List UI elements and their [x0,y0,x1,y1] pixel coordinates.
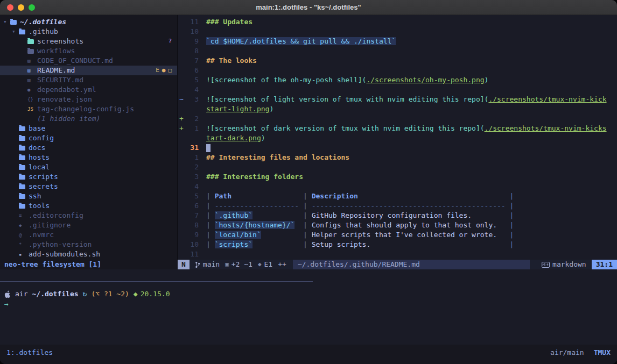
editor-line[interactable]: tart-dark.png) [178,133,617,143]
line-number: 31 [185,143,199,153]
text-segment: | -------------------- | ---------------… [206,202,514,210]
editor-line[interactable]: 8 [178,46,617,56]
zoom-button[interactable] [29,4,35,11]
text-segment: | [299,211,311,219]
editor-line[interactable]: 9| `local/bin` | Helper scripts that I'v… [178,230,617,240]
tree-item-1-hidden-item[interactable]: (1 hidden item) [0,114,177,124]
tmux-status-bar: 1:.dotfiles air/main TMUX [0,345,617,364]
tree-item-workflows[interactable]: workflows [0,46,177,56]
line-text: | `scripts` | Setup scripts. | [206,240,514,249]
tree-item-label: CODE_OF_CONDUCT.md [37,56,113,66]
editor-line[interactable]: 6 [178,66,617,75]
tree-item-label: renovate.json [37,95,92,104]
tree-item-local[interactable]: local [0,162,177,172]
shell-prompt[interactable]: air ~/.dotfiles ↻ (⌥ ?1 ~2) ◆ 20.15.0 [4,289,170,299]
tree-item-tag-changelog-config-js[interactable]: JStag-changelog-config.js [0,104,177,114]
status-marker: ? [168,37,172,46]
editor-line[interactable]: 7| `.github` | GitHub Repository configu… [178,211,617,220]
tree-item-gitignore[interactable]: ◆.gitignore [0,220,177,230]
tree-item-security-md[interactable]: ▤SECURITY.md [0,75,177,85]
tree-item-renovate-json[interactable]: {}renovate.json [0,95,177,104]
editor-line[interactable]: ~3![screenshot of light version of tmux … [178,95,617,104]
line-number: 5 [185,75,199,85]
text-segment: Configs that should apply to that host o… [312,221,497,229]
tree-item-label: .editorconfig [29,211,83,220]
tree-item-screenshots[interactable]: screenshots? [0,37,177,46]
tree-item-readme-md[interactable]: ▤README.mdE●□ [0,66,177,75]
prompt-arrow[interactable]: → [4,299,9,309]
filetype-label: markdown [552,260,586,269]
text-segment: ## The looks [206,56,257,65]
tree-item-docs[interactable]: docs [0,143,177,153]
text-segment: ) [269,105,274,113]
line-number: 2 [185,162,199,172]
expander-icon[interactable]: ▾ [3,17,10,27]
text-segment: | [206,221,215,229]
tree-item-scripts[interactable]: scripts [0,172,177,182]
gutter-sign [178,133,185,143]
prompt-path: ~/.dotfiles [32,289,78,299]
editor-line[interactable]: 7## The looks [178,56,617,66]
folder-icon [19,184,25,189]
editor-line[interactable]: 1## Interesting files and locations [178,153,617,162]
text-segment: Description [312,192,358,200]
tree-item-secrets[interactable]: secrets [0,182,177,191]
tree-item-ssh[interactable]: ssh [0,191,177,201]
file-icon: ▤ [27,56,37,66]
editor-line[interactable]: 10 [178,27,617,37]
editor-line[interactable]: 4 [178,85,617,95]
tree-item-hosts[interactable]: hosts [0,153,177,162]
text-segment: GitHub Repository configuration files. [312,211,472,219]
tree-item-base[interactable]: base [0,124,177,133]
folder-icon [27,49,34,54]
titlebar: main:1:.dotfiles - "ks~/.dotfiles" [0,0,617,15]
editor-line[interactable]: 5![screenshot of the oh-my-posh shell](.… [178,75,617,85]
text-segment: ./screenshots/tmux-nvim-kicks [485,124,607,132]
close-button[interactable] [7,4,13,11]
tmux-pane-border[interactable] [0,281,313,282]
tree-item-editorconfig[interactable]: ≡.editorconfig [0,211,177,220]
tree-item-nvmrc[interactable]: @.nvmrc [0,230,177,240]
tree-item-dotfiles[interactable]: ▾~/.dotfiles [0,17,177,27]
editor-line[interactable]: 8| `hosts/{hostname}/` | Configs that sh… [178,220,617,230]
tree-item-code-of-conduct-md[interactable]: ▤CODE_OF_CONDUCT.md [0,56,177,66]
editor-line[interactable]: 4 [178,182,617,191]
tree-item-label: config [29,133,54,143]
editor-line[interactable]: start-light.png) [178,104,617,114]
text-segment: ) [261,134,265,142]
tree-item-dependabot-yml[interactable]: ●dependabot.yml [0,85,177,95]
file-icon: JS [27,104,37,114]
tree-item-label: SECURITY.md [37,75,83,85]
editor-line[interactable]: 10| `scripts` | Setup scripts. | [178,240,617,249]
editor-line[interactable]: 2 [178,162,617,172]
text-segment: | [206,231,215,239]
editor-line[interactable]: 31 [178,143,617,153]
gutter-sign [178,191,185,201]
tree-item-github[interactable]: ▾.github [0,27,177,37]
editor-pane[interactable]: 11### Updates109`cd $HOME/.dotfiles && g… [178,15,617,260]
text-segment: `hosts/{hostname}/` [215,221,295,229]
line-text: ## The looks [206,56,257,66]
tree-item-label: ssh [29,191,41,201]
markdown-icon [542,262,550,268]
tree-item-add-submodules-sh[interactable]: ▪add-submodules.sh [0,249,177,259]
editor-line[interactable]: +2 [178,114,617,124]
minimize-button[interactable] [18,4,24,11]
editor-line[interactable]: 11### Updates [178,17,617,27]
editor-statusline: N main ▣ +2 ~1 ◆ E1 [178,260,617,269]
editor-line[interactable]: 3### Interesting folders [178,172,617,182]
tree-item-tools[interactable]: tools [0,201,177,211]
text-segment [497,231,506,239]
tmux-window-tab[interactable]: 1:.dotfiles [6,348,53,358]
text-segment: ## Interesting files and locations [206,153,349,161]
neotree-statusline: neo-tree filesystem [1] [0,260,178,269]
tree-item-python-version[interactable]: *.python-version [0,240,177,249]
editor-line[interactable]: 6| -------------------- | --------------… [178,201,617,211]
editor-line[interactable]: 9`cd $HOME/.dotfiles && git pull && ./in… [178,37,617,46]
tree-item-config[interactable]: config [0,133,177,143]
text-segment: tart-dark.png [206,134,261,142]
editor-line[interactable]: 5| Path | Description | [178,191,617,201]
editor-line[interactable]: 11 [178,249,617,259]
expander-icon[interactable]: ▾ [12,27,19,37]
editor-line[interactable]: +1![screenshot of dark version of tmux w… [178,124,617,133]
